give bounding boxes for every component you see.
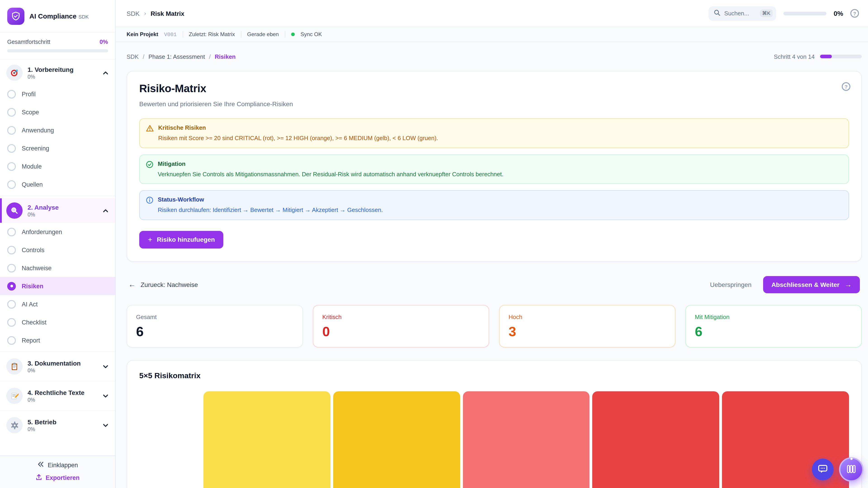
page-crumb-phase[interactable]: Phase 1: Assessment	[149, 53, 205, 60]
arrow-left-icon: ←	[128, 281, 135, 288]
card-help-icon[interactable]: ?	[842, 82, 850, 91]
topbar-progress-value: 0%	[834, 10, 843, 17]
divider	[0, 381, 115, 381]
main-area: SDK › Risk Matrix Suchen... ⌘K 0% ? Kein…	[116, 0, 868, 488]
sidebar-item-ai-act[interactable]: AI Act	[0, 295, 115, 313]
chat-feedback-button[interactable]	[812, 459, 834, 480]
back-button[interactable]: ← Zurueck: Nachweise	[128, 281, 198, 288]
content-area: SDK / Phase 1: Assessment / Risiken Schr…	[116, 42, 868, 488]
sync-status-dot	[291, 33, 294, 36]
finish-next-button[interactable]: Abschliessen & Weiter →	[763, 276, 860, 293]
info-box-content: Kritische Risiken Risiken mit Score >= 2…	[158, 124, 438, 142]
collapse-sidebar-button[interactable]: Einklappen	[37, 461, 78, 468]
info-box-title: Mitigation	[158, 160, 503, 167]
check-circle-icon	[146, 160, 153, 168]
skip-button[interactable]: Ueberspringen	[710, 281, 752, 288]
chevron-down-icon[interactable]	[102, 392, 109, 399]
radio-circle-icon	[7, 126, 16, 134]
sidebar-item-risiken[interactable]: Risiken	[0, 277, 115, 295]
sidebar-section-rechtliche-texte[interactable]: 4. Rechtliche Texte 0%	[0, 384, 115, 408]
search-placeholder: Suchen...	[724, 10, 756, 17]
chevron-up-icon[interactable]	[102, 207, 109, 214]
wizard-nav-row: ← Zurueck: Nachweise Ueberspringen Absch…	[128, 276, 860, 293]
help-icon[interactable]: ?	[850, 9, 859, 18]
info-box-body: Risiken durchlaufen: Identifiziert → Bew…	[158, 206, 383, 213]
divider	[0, 410, 115, 411]
search-input[interactable]: Suchen... ⌘K	[708, 6, 776, 21]
page-breadcrumb: SDK / Phase 1: Assessment / Risiken	[127, 53, 236, 60]
add-risk-button[interactable]: + Risiko hinzufuegen	[139, 231, 223, 248]
section-title: 4. Rechtliche Texte	[28, 389, 85, 396]
stat-card-kritisch: Kritisch 0	[313, 305, 489, 347]
radio-circle-icon	[7, 246, 16, 254]
sidebar-item-screening[interactable]: Screening	[0, 139, 115, 157]
app-subtitle: SDK	[79, 14, 89, 19]
upload-icon	[36, 474, 42, 482]
sidebar-item-label: Screening	[22, 145, 49, 152]
kanban-board-button[interactable]	[839, 457, 864, 482]
double-chevron-left-icon	[37, 461, 43, 468]
info-box-mitigation: Mitigation Verknuepfen Sie Controls als …	[139, 154, 849, 184]
sidebar-item-label: Scope	[22, 109, 39, 116]
overall-progress-value: 0%	[99, 38, 108, 45]
info-box-critical-risks: Kritische Risiken Risiken mit Score >= 2…	[139, 119, 849, 148]
last-visited: Zuletzt: Risk Matrix	[189, 31, 235, 37]
clipboard-icon	[6, 358, 23, 375]
sidebar-item-label: Anforderungen	[22, 228, 62, 235]
radio-circle-icon	[7, 144, 16, 153]
sidebar-section-betrieb[interactable]: 5. Betrieb 0%	[0, 413, 115, 437]
sidebar-item-quellen[interactable]: Quellen	[0, 175, 115, 193]
section-title: 1. Vorbereitung	[28, 66, 73, 73]
export-button[interactable]: Exportieren	[36, 474, 80, 482]
sidebar-item-label: Report	[22, 337, 40, 344]
breadcrumb-current: Risk Matrix	[151, 10, 184, 17]
sidebar-item-report[interactable]: Report	[0, 331, 115, 349]
search-icon	[714, 9, 720, 18]
step-progress-track	[820, 55, 862, 58]
matrix-cell[interactable]	[463, 391, 590, 488]
bullseye-icon	[6, 65, 23, 81]
chevron-up-icon[interactable]	[102, 69, 109, 76]
sidebar-item-checklist[interactable]: Checklist	[0, 313, 115, 331]
chevron-down-icon[interactable]	[102, 363, 109, 370]
info-box-body: Verknuepfen Sie Controls als Mitigations…	[158, 170, 503, 177]
divider	[0, 352, 115, 352]
sidebar-section-analyse[interactable]: 2. Analyse 0%	[0, 198, 115, 223]
info-box-title: Status-Workflow	[158, 196, 383, 203]
stat-label: Gesamt	[136, 313, 293, 320]
chevron-separator: ›	[144, 10, 146, 17]
sidebar-section-vorbereitung[interactable]: 1. Vorbereitung 0%	[0, 61, 115, 85]
sidebar-item-controls[interactable]: Controls	[0, 241, 115, 259]
page-crumb-root[interactable]: SDK	[127, 53, 138, 60]
kanban-columns-icon	[846, 463, 857, 476]
divider	[0, 196, 115, 196]
radio-selected-icon	[7, 282, 16, 290]
section-percent: 0%	[28, 427, 57, 432]
sidebar-header: AI Compliance SDK	[0, 0, 115, 33]
overall-progress-track	[7, 49, 108, 53]
matrix-cell[interactable]	[333, 391, 460, 488]
sidebar-item-scope[interactable]: Scope	[0, 103, 115, 121]
sidebar-item-anwendung[interactable]: Anwendung	[0, 121, 115, 139]
matrix-cell[interactable]	[204, 391, 331, 488]
stat-card-mit-mitigation: Mit Mitigation 6	[685, 305, 862, 347]
sidebar-section-dokumentation[interactable]: 3. Dokumentation 0%	[0, 354, 115, 379]
page-title: Risiko-Matrix	[139, 82, 849, 95]
sidebar-item-module[interactable]: Module	[0, 157, 115, 175]
info-box-status-workflow: Status-Workflow Risiken durchlaufen: Ide…	[139, 190, 849, 220]
sidebar-item-label: Profil	[22, 91, 36, 97]
radio-circle-icon	[7, 108, 16, 116]
sidebar-item-nachweise[interactable]: Nachweise	[0, 259, 115, 277]
sidebar-item-profil[interactable]: Profil	[0, 85, 115, 103]
arrow-right-icon: →	[844, 281, 852, 288]
slash-separator: /	[209, 53, 211, 60]
last-saved-time: Gerade eben	[247, 31, 279, 37]
info-box-title: Kritische Risiken	[158, 124, 438, 131]
stat-value: 6	[695, 324, 852, 339]
keyboard-shortcut-badge: ⌘K	[760, 9, 773, 17]
radio-circle-icon	[7, 300, 16, 308]
chevron-down-icon[interactable]	[102, 422, 109, 429]
sidebar-item-anforderungen[interactable]: Anforderungen	[0, 223, 115, 241]
breadcrumb-root[interactable]: SDK	[127, 10, 140, 17]
matrix-cell[interactable]	[592, 391, 719, 488]
